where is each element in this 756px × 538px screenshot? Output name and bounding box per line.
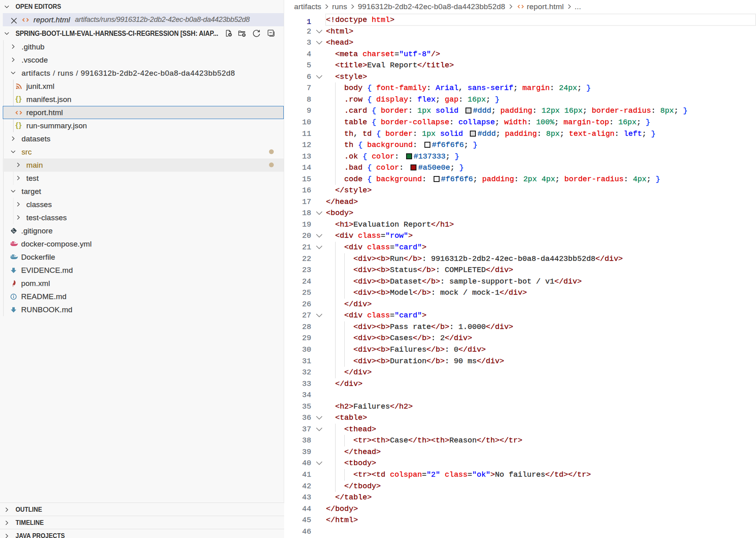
svg-text:{}: {} bbox=[16, 96, 22, 103]
svg-text:{}: {} bbox=[16, 122, 22, 129]
